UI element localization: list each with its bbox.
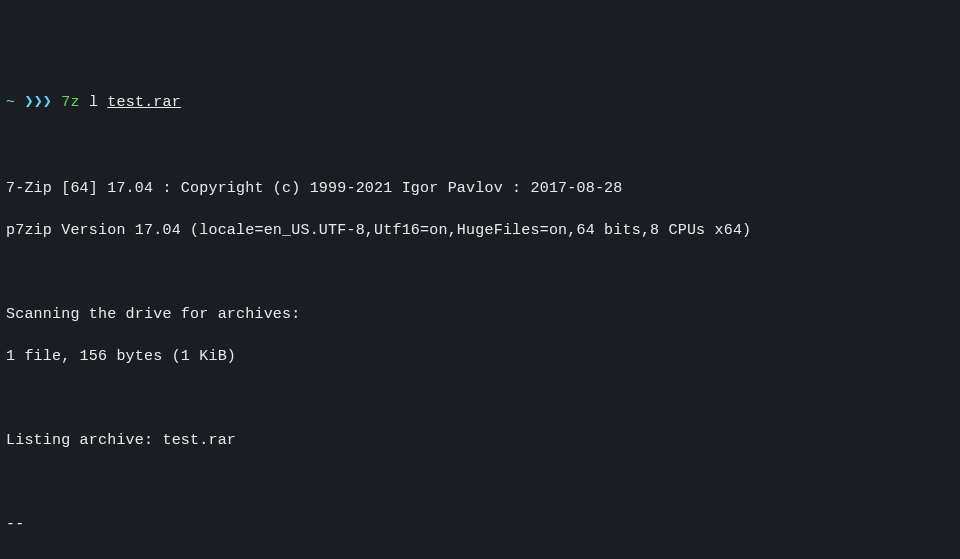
prompt-tilde: ~: [6, 94, 15, 111]
command-file: test.rar: [107, 94, 181, 111]
blank-line: [6, 262, 954, 283]
blank-line: [6, 472, 954, 493]
blank-line: [6, 388, 954, 409]
command-name: 7z: [61, 94, 79, 111]
blank-line: [6, 136, 954, 157]
command-arg: l: [89, 94, 98, 111]
meta-sep: --: [6, 514, 954, 535]
prompt-line[interactable]: ~ ❯❯❯ 7z l test.rar: [6, 92, 954, 113]
scan-line-1: Scanning the drive for archives:: [6, 304, 954, 325]
header-line-1: 7-Zip [64] 17.04 : Copyright (c) 1999-20…: [6, 178, 954, 199]
listing-title: Listing archive: test.rar: [6, 430, 954, 451]
prompt-arrows-icon: ❯❯❯: [24, 94, 52, 111]
header-line-2: p7zip Version 17.04 (locale=en_US.UTF-8,…: [6, 220, 954, 241]
scan-line-2: 1 file, 156 bytes (1 KiB): [6, 346, 954, 367]
